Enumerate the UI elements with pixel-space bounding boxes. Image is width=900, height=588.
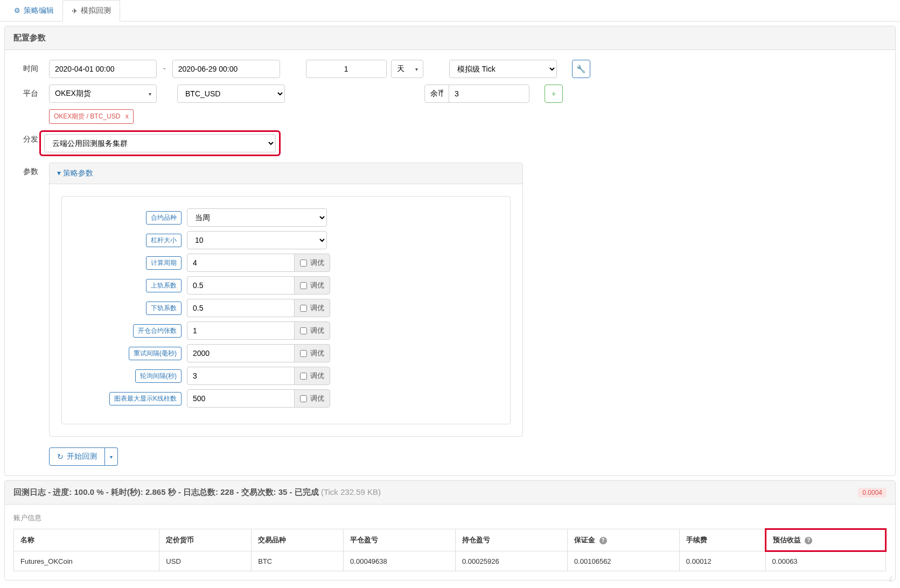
dash-separator: - — [161, 60, 168, 77]
param-select[interactable]: 当周 — [187, 208, 327, 227]
optimize-toggle[interactable]: 调优 — [294, 367, 330, 385]
start-button-label: 开始回测 — [67, 452, 97, 461]
param-label: 合约品种 — [146, 211, 182, 225]
period-value-input[interactable] — [306, 60, 387, 78]
wrench-button[interactable]: 🔧 — [572, 60, 590, 78]
param-input[interactable] — [187, 367, 295, 385]
th-holding: 持仓盈亏 — [456, 529, 568, 551]
optimize-checkbox[interactable] — [300, 373, 307, 380]
cell-trade: BTC — [252, 551, 344, 571]
balance-input[interactable] — [449, 85, 529, 103]
cell-holding: 0.00025926 — [456, 551, 568, 571]
param-input[interactable] — [187, 299, 295, 317]
param-input[interactable] — [187, 389, 295, 408]
period-unit-select[interactable] — [391, 60, 423, 78]
param-input[interactable] — [187, 254, 295, 272]
log-badge: 0.0004 — [858, 488, 887, 498]
param-label: 杠杆大小 — [146, 234, 182, 247]
param-row: 开仓合约张数调优 — [74, 321, 498, 340]
label-platform: 平台 — [16, 85, 38, 99]
start-backtest-button[interactable]: ↻ 开始回测 — [49, 447, 105, 466]
param-row: 轮询间隔(秒)调优 — [74, 367, 498, 385]
cell-quote: USD — [159, 551, 252, 571]
param-row: 计算周期调优 — [74, 254, 498, 272]
optimize-label: 调优 — [310, 394, 324, 403]
optimize-checkbox[interactable] — [300, 350, 307, 357]
param-label: 重试间隔(毫秒) — [129, 347, 182, 360]
strategy-params-toggle[interactable]: ▾ 策略参数 — [50, 163, 522, 184]
time-to-input[interactable] — [172, 60, 280, 78]
chevron-down-icon: ▾ — [57, 169, 63, 177]
param-input[interactable] — [187, 276, 295, 295]
account-info-label: 账户信息 — [13, 513, 887, 523]
add-button[interactable]: + — [545, 85, 563, 103]
platform-select[interactable] — [49, 85, 157, 103]
optimize-checkbox[interactable] — [300, 260, 307, 267]
param-row: 重试间隔(毫秒)调优 — [74, 344, 498, 362]
optimize-toggle[interactable]: 调优 — [294, 389, 330, 408]
cell-fee: 0.00012 — [679, 551, 765, 571]
moon-icon: ☾ — [889, 575, 896, 584]
cell-margin: 0.00106562 — [567, 551, 679, 571]
close-icon[interactable]: x — [125, 113, 129, 120]
help-icon[interactable]: ? — [805, 537, 812, 544]
time-from-input[interactable] — [49, 60, 157, 78]
symbol-select[interactable]: BTC_USD — [177, 85, 285, 103]
config-panel-title: 配置参数 — [5, 26, 895, 50]
log-title: 回测日志 - 进度: 100.0 % - 耗时(秒): 2.865 秒 - 日志… — [13, 487, 381, 498]
paper-plane-icon: ✈ — [72, 7, 78, 15]
help-icon[interactable]: ? — [599, 537, 607, 544]
th-quote: 定价货币 — [159, 529, 252, 551]
param-select[interactable]: 10 — [187, 231, 327, 249]
optimize-checkbox[interactable] — [300, 282, 307, 289]
th-estimated: 预估收益 ? — [765, 529, 885, 551]
gears-icon: ⚙ — [14, 6, 20, 15]
param-input[interactable] — [187, 344, 295, 362]
caret-down-icon: ▾ — [110, 454, 113, 460]
th-trade: 交易品种 — [252, 529, 344, 551]
optimize-label: 调优 — [310, 303, 324, 313]
label-dispatch: 分发 — [16, 130, 38, 144]
optimize-label: 调优 — [310, 326, 324, 335]
pair-tag[interactable]: OKEX期货 / BTC_USD x — [49, 109, 134, 124]
dispatch-select[interactable]: 云端公用回测服务集群 — [44, 134, 276, 152]
dispatch-highlight: 云端公用回测服务集群 — [39, 130, 281, 156]
param-row: 上轨系数调优 — [74, 276, 498, 295]
optimize-label: 调优 — [310, 371, 324, 381]
optimize-label: 调优 — [310, 258, 324, 268]
optimize-toggle[interactable]: 调优 — [294, 254, 330, 272]
table-row: Futures_OKCoin USD BTC 0.00049638 0.0002… — [14, 551, 886, 571]
param-input[interactable] — [187, 321, 295, 340]
th-name: 名称 — [14, 529, 159, 551]
start-dropdown-button[interactable]: ▾ — [105, 447, 118, 466]
th-closed: 平仓盈亏 — [344, 529, 456, 551]
optimize-checkbox[interactable] — [300, 395, 307, 402]
optimize-toggle[interactable]: 调优 — [294, 321, 330, 340]
param-label: 上轨系数 — [146, 279, 182, 292]
theme-toggle[interactable]: ☾ — [889, 575, 896, 584]
param-row: 合约品种当周 — [74, 208, 498, 227]
pair-tag-text: OKEX期货 / BTC_USD — [54, 113, 120, 120]
param-row: 图表最大显示K线柱数调优 — [74, 389, 498, 408]
optimize-toggle[interactable]: 调优 — [294, 344, 330, 362]
tick-level-select[interactable]: 模拟级 Tick — [449, 60, 557, 78]
cell-est: 0.00063 — [765, 551, 885, 571]
optimize-toggle[interactable]: 调优 — [294, 299, 330, 317]
tab-label: 策略编辑 — [24, 6, 54, 16]
optimize-checkbox[interactable] — [300, 305, 307, 312]
param-label: 计算周期 — [146, 256, 182, 270]
tab-backtest[interactable]: ✈ 模拟回测 — [62, 0, 120, 22]
param-label: 图表最大显示K线柱数 — [109, 392, 182, 405]
param-label: 轮询间隔(秒) — [135, 369, 182, 383]
param-row: 下轨系数调优 — [74, 299, 498, 317]
balance-label — [424, 85, 449, 103]
optimize-toggle[interactable]: 调优 — [294, 276, 330, 295]
label-params: 参数 — [16, 163, 38, 177]
param-row: 杠杆大小10 — [74, 231, 498, 249]
wrench-icon: 🔧 — [576, 65, 585, 73]
param-label: 开仓合约张数 — [133, 324, 182, 338]
th-fee: 手续费 — [679, 529, 765, 551]
tab-strategy-edit[interactable]: ⚙ 策略编辑 — [5, 0, 62, 21]
cell-name: Futures_OKCoin — [14, 551, 159, 571]
optimize-checkbox[interactable] — [300, 327, 307, 334]
